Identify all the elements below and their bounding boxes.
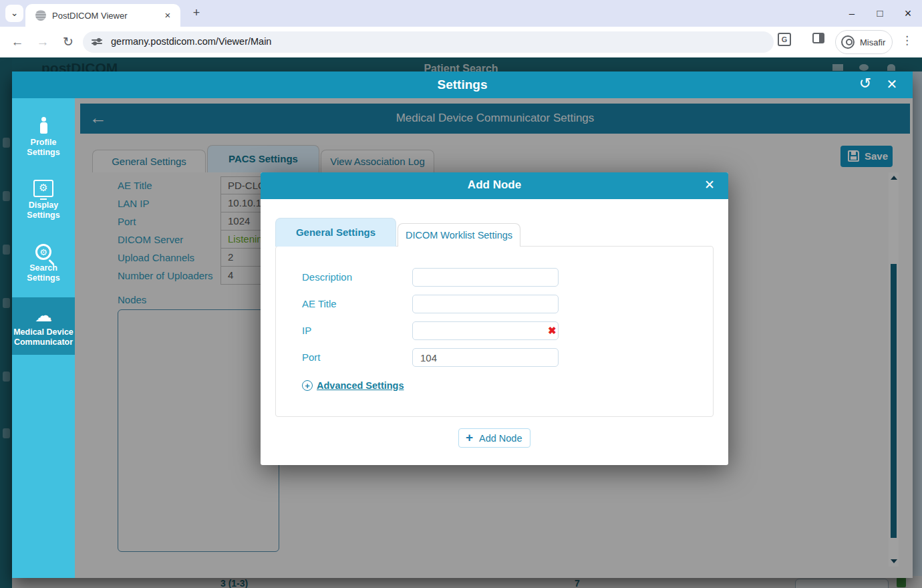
- favicon-icon: [35, 10, 46, 21]
- add-node-title: Add Node: [261, 178, 728, 192]
- forward-icon: →: [33, 33, 52, 51]
- browser-toolbar: ← → ↻ germany.postdicom.com/Viewer/Main …: [0, 27, 922, 57]
- avatar-icon: [841, 35, 855, 49]
- person-icon: [39, 117, 48, 134]
- tab-close-icon[interactable]: ×: [162, 9, 174, 21]
- settings-sidebar: Profile Settings ⚙ Display Settings ⚙ Se…: [12, 98, 75, 578]
- new-tab-button[interactable]: +: [188, 5, 204, 21]
- sidebar-item-profile-settings[interactable]: Profile Settings: [12, 117, 75, 158]
- window-close-button[interactable]: ×: [894, 0, 922, 27]
- address-bar[interactable]: germany.postdicom.com/Viewer/Main: [83, 31, 774, 53]
- settings-modal-header: Settings ↺ ✕: [12, 71, 913, 98]
- search-settings-icon: ⚙: [35, 244, 51, 260]
- plus-icon: +: [466, 430, 473, 445]
- cloud-icon: ☁: [12, 307, 75, 324]
- back-icon[interactable]: ←: [8, 33, 27, 51]
- browser-tab-strip: ⌄ PostDICOM Viewer × + – □ ×: [0, 0, 922, 27]
- browser-menu-icon[interactable]: ⋮: [901, 33, 913, 47]
- display-settings-icon: ⚙: [33, 180, 53, 197]
- app-page: postDICOM Patient Search 3 (1-3) 7 Setti…: [0, 57, 922, 588]
- sidebar-item-medical-device-communicator[interactable]: ☁ Medical Device Communicator: [12, 297, 75, 355]
- dialog-form-box: [275, 246, 714, 417]
- profile-name: Misafir: [860, 37, 885, 47]
- refresh-icon[interactable]: ↺: [855, 75, 875, 92]
- browser-tab[interactable]: PostDICOM Viewer ×: [25, 4, 180, 27]
- dialog-tab-dicom-worklist-settings[interactable]: DICOM Worklist Settings: [398, 223, 520, 247]
- add-node-button[interactable]: + Add Node: [458, 428, 530, 448]
- site-settings-icon[interactable]: [92, 37, 102, 47]
- tab-search-icon[interactable]: ⌄: [5, 5, 23, 22]
- profile-chip[interactable]: Misafir: [835, 30, 893, 54]
- settings-title: Settings: [12, 78, 913, 92]
- add-node-header: Add Node ✕: [261, 172, 728, 199]
- screen: ⌄ PostDICOM Viewer × + – □ × ← → ↻ germa…: [0, 0, 922, 588]
- window-maximize-button[interactable]: □: [866, 0, 894, 27]
- tab-title: PostDICOM Viewer: [52, 11, 127, 21]
- sidebar-item-display-settings[interactable]: ⚙ Display Settings: [12, 180, 75, 220]
- reload-icon[interactable]: ↻: [59, 33, 78, 51]
- sidebar-item-search-settings[interactable]: ⚙ Search Settings: [12, 244, 75, 283]
- dialog-tab-general-settings[interactable]: General Settings: [275, 218, 396, 247]
- dialog-close-icon[interactable]: ✕: [700, 177, 719, 192]
- add-node-dialog: Add Node ✕ General Settings DICOM Workli…: [261, 172, 728, 465]
- translate-icon[interactable]: G: [778, 33, 791, 46]
- settings-close-icon[interactable]: ✕: [882, 76, 902, 92]
- url-text[interactable]: germany.postdicom.com/Viewer/Main: [111, 36, 271, 47]
- side-panel-icon[interactable]: [812, 33, 824, 43]
- window-minimize-button[interactable]: –: [838, 0, 866, 27]
